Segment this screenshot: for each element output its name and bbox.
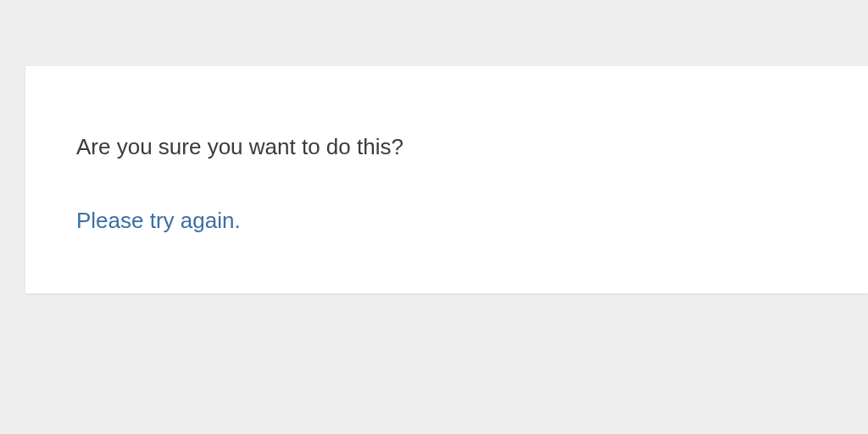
confirmation-message: Are you sure you want to do this? <box>76 134 817 160</box>
confirmation-panel: Are you sure you want to do this? Please… <box>25 66 868 293</box>
retry-link[interactable]: Please try again. <box>76 208 241 233</box>
